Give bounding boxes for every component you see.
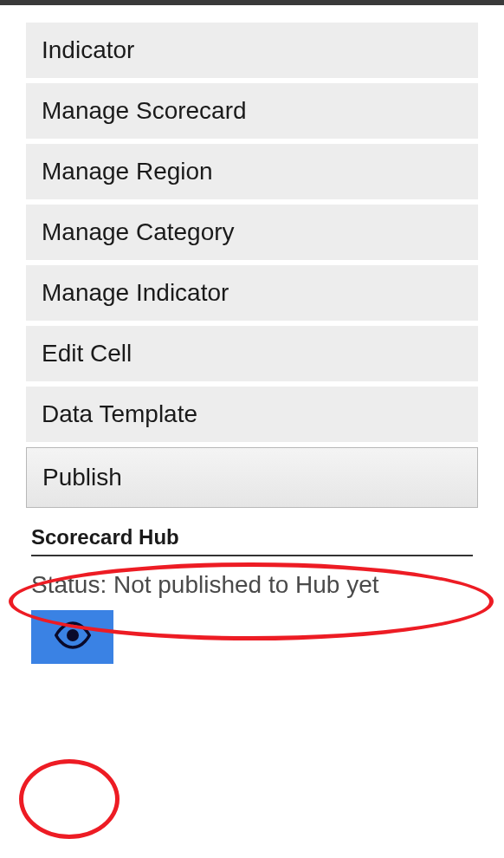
menu-item-edit-cell[interactable]: Edit Cell (26, 326, 478, 381)
menu-item-label: Manage Category (42, 218, 235, 245)
menu-item-manage-region[interactable]: Manage Region (26, 144, 478, 199)
preview-button[interactable] (31, 610, 113, 664)
menu-item-label: Indicator (42, 36, 134, 63)
scorecard-hub-heading: Scorecard Hub (31, 525, 473, 556)
menu-item-indicator[interactable]: Indicator (26, 23, 478, 78)
annotation-circle-eye (19, 759, 120, 839)
publish-button[interactable]: Publish (26, 447, 478, 508)
menu-item-label: Manage Scorecard (42, 97, 247, 124)
menu-item-label: Data Template (42, 400, 197, 427)
menu-item-manage-indicator[interactable]: Manage Indicator (26, 265, 478, 321)
menu-item-data-template[interactable]: Data Template (26, 387, 478, 442)
publish-button-label: Publish (42, 464, 122, 491)
menu-item-label: Edit Cell (42, 340, 132, 367)
sidebar-container: Indicator Manage Scorecard Manage Region… (0, 5, 504, 664)
menu-item-label: Manage Indicator (42, 279, 229, 306)
menu-item-manage-category[interactable]: Manage Category (26, 205, 478, 260)
menu-item-label: Manage Region (42, 158, 213, 185)
hub-status-text: Status: Not published to Hub yet (31, 569, 478, 601)
eye-icon (55, 617, 91, 656)
menu-item-manage-scorecard[interactable]: Manage Scorecard (26, 83, 478, 139)
svg-point-0 (68, 631, 77, 640)
